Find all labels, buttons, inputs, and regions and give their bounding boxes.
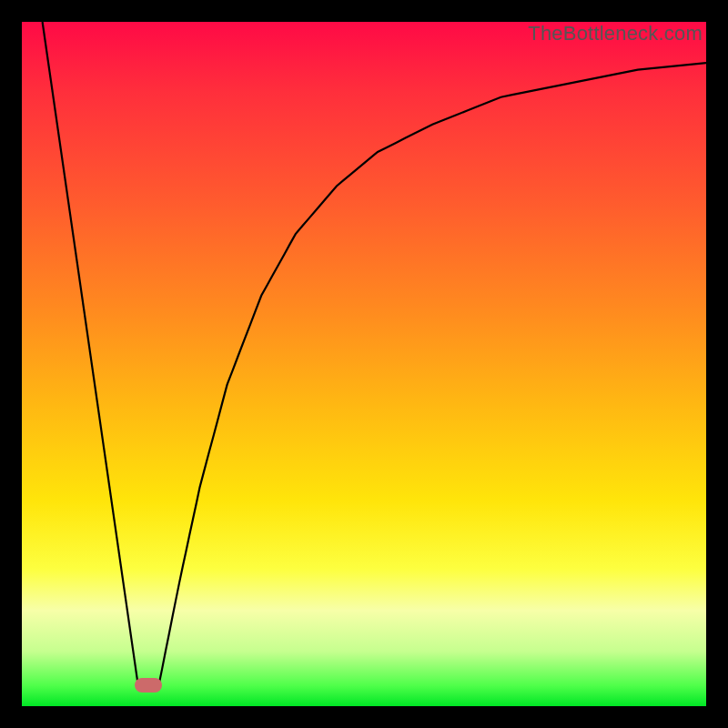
minimum-marker (135, 678, 162, 693)
chart-frame: TheBottleneck.com (0, 0, 728, 728)
chart-curves (22, 22, 706, 706)
curve-right-path (158, 63, 706, 685)
curve-left-path (43, 22, 138, 685)
plot-area: TheBottleneck.com (22, 22, 706, 706)
